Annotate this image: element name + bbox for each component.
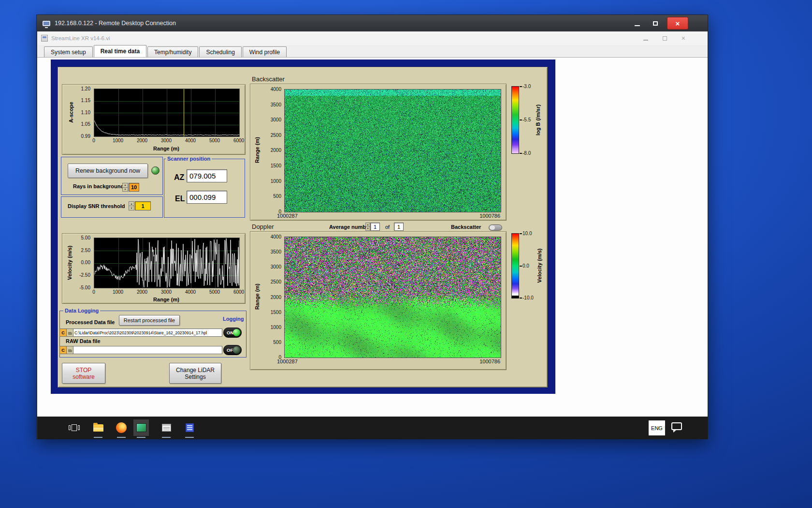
tab-scheduling[interactable]: Scheduling (199, 46, 241, 57)
spinner-up-icon[interactable]: ▲ (366, 223, 370, 227)
y-tick-label: 1500 (262, 310, 281, 315)
tab-wind-profile[interactable]: Wind profile (243, 46, 287, 57)
y-tick-label: 1500 (262, 163, 281, 168)
el-value-field[interactable]: 000.099 (187, 191, 227, 204)
snr-spinner[interactable]: ▲▼ (129, 201, 134, 210)
rdp-maximize-button[interactable] (649, 17, 662, 29)
snr-value-field[interactable]: 1 (135, 201, 151, 210)
spinner-down-icon[interactable]: ▼ (123, 188, 128, 192)
rdp-window-controls: × (630, 17, 688, 30)
doppler-frame: 4000 3500 3000 2500 2000 1500 1000 500 0… (250, 231, 507, 370)
colorbar-tick (520, 298, 522, 299)
raw-path-control[interactable]: C (59, 346, 222, 354)
rdp-minimize-button[interactable] (630, 17, 644, 29)
path-drive-box[interactable]: C (59, 346, 67, 354)
panel-background: 1.20 1.15 1.10 1.05 0.99 A-scope 0 1000 … (51, 60, 555, 394)
x-tick-label: 1000 (109, 289, 127, 295)
minimize-icon (635, 25, 640, 26)
x-tick-label: 0 (85, 289, 102, 295)
maximize-icon (663, 36, 667, 41)
y-tick-label: 2000 (262, 295, 281, 300)
processed-path-control[interactable]: C C:\Lidar\Data\Proc\2023\202309\2023091… (59, 329, 222, 337)
colorbar-tick (520, 153, 522, 154)
app-maximize-button[interactable] (663, 34, 667, 43)
app-close-button[interactable]: × (682, 34, 685, 42)
notification-chat-icon[interactable] (671, 422, 682, 430)
rdp-close-button[interactable]: × (667, 17, 688, 30)
processed-data-file-label: Processed Data file (66, 319, 115, 325)
rdp-title: 192.168.0.122 - Remote Desktop Connectio… (55, 20, 176, 27)
document-list-icon (186, 423, 194, 432)
average-number-field[interactable]: 1 (370, 223, 380, 231)
file-explorer-button[interactable] (90, 419, 106, 436)
task-view-button[interactable] (66, 419, 82, 436)
doppler-title: Doppler (252, 223, 274, 230)
spinner-down-icon[interactable]: ▼ (366, 227, 370, 230)
x-tick-label: 4000 (182, 289, 199, 295)
rays-value-field[interactable]: 10 (129, 183, 139, 192)
y-tick-label: 5.00 (69, 235, 90, 240)
restart-processed-file-label: Restart processed file (124, 317, 175, 323)
x-tick-label: 3000 (158, 289, 175, 295)
az-value-field[interactable]: 079.005 (187, 169, 227, 182)
x-tick-label: 6000 (230, 138, 247, 143)
raw-logging-toggle[interactable]: OFF (223, 345, 242, 355)
app-window-controls: × (643, 31, 685, 45)
notes-app-button[interactable] (182, 419, 197, 436)
backscatter-frame: 4000 3500 3000 2500 2000 1500 1000 500 0… (250, 84, 507, 221)
rdp-titlebar[interactable]: 192.168.0.122 - Remote Desktop Connectio… (37, 15, 708, 31)
backscatter-heatmap (284, 89, 501, 212)
change-settings-line2: Settings (185, 374, 205, 380)
stop-label-line1: STOP (76, 367, 91, 374)
spinner-down-icon[interactable]: ▼ (129, 206, 134, 210)
x-tick-label: 4000 (182, 138, 199, 143)
scanner-position-group (164, 159, 245, 218)
active-app-button[interactable] (133, 419, 149, 436)
average-count-field[interactable]: 1 (394, 223, 404, 231)
x-tick-label: 5000 (206, 138, 223, 143)
restart-processed-file-button[interactable]: Restart processed file (119, 315, 180, 326)
velocity-axis-label: Velocity (m/s) (67, 241, 72, 284)
firefox-button[interactable] (114, 419, 129, 436)
language-indicator[interactable]: ENG (649, 420, 665, 435)
app-minimize-button[interactable] (643, 34, 648, 43)
ray-end-label: 1000786 (471, 359, 500, 364)
average-spinner[interactable]: ▲▼ (365, 223, 370, 231)
backscatter-toggle[interactable] (489, 224, 502, 231)
stop-label-line2: software (72, 374, 94, 380)
x-tick-label: 2000 (133, 138, 151, 143)
tab-system-setup[interactable]: System setup (44, 46, 93, 57)
app-titlebar[interactable]: StreamLine XR v14-6.vi × (37, 31, 708, 45)
rays-spinner[interactable]: ▲▼ (122, 183, 128, 192)
scanner-position-title: Scanner position (166, 156, 212, 162)
a-scope-chart-frame: 1.20 1.15 1.10 1.05 0.99 A-scope 0 1000 … (62, 84, 246, 155)
renew-background-button[interactable]: Renew background now (68, 164, 148, 178)
change-lidar-settings-button[interactable]: Change LiDAR Settings (169, 363, 221, 384)
scan-scheduler-button[interactable] (159, 419, 174, 436)
processed-logging-toggle[interactable]: ON (223, 328, 242, 338)
tab-temp-humidity[interactable]: Temp/humidity (147, 46, 198, 57)
velocity-chart-frame: 5.00 2.50 0.00 -2.50 -5.00 Velocity (m/s… (62, 233, 246, 304)
y-tick-label: 4000 (262, 234, 281, 239)
y-tick-label: 2500 (262, 133, 281, 138)
doppler-colorbar (511, 233, 519, 299)
firefox-icon (116, 422, 127, 433)
main-panel: 1.20 1.15 1.10 1.05 0.99 A-scope 0 1000 … (58, 67, 548, 388)
stop-software-button[interactable]: STOP software (62, 363, 105, 384)
spinner-up-icon[interactable]: ▲ (129, 202, 134, 206)
folder-browse-icon[interactable] (67, 329, 73, 337)
raw-path-field[interactable] (73, 346, 222, 354)
snr-threshold-label: Display SNR threshold (68, 203, 125, 209)
image-viewer-icon (136, 423, 146, 432)
processed-path-field[interactable]: C:\Lidar\Data\Proc\2023\202309\20230914\… (73, 329, 222, 337)
x-tick-label: 1000 (109, 138, 127, 143)
tab-real-time-data[interactable]: Real time data (94, 45, 146, 57)
colorbar-tick (520, 86, 522, 87)
folder-browse-icon[interactable] (67, 346, 73, 354)
y-tick-label: 500 (262, 194, 281, 199)
path-drive-box[interactable]: C (59, 329, 67, 337)
labview-vi-icon (41, 35, 48, 42)
backscatter-colorbar (511, 86, 519, 154)
logging-on-led (233, 329, 240, 336)
spinner-up-icon[interactable]: ▲ (123, 183, 128, 188)
